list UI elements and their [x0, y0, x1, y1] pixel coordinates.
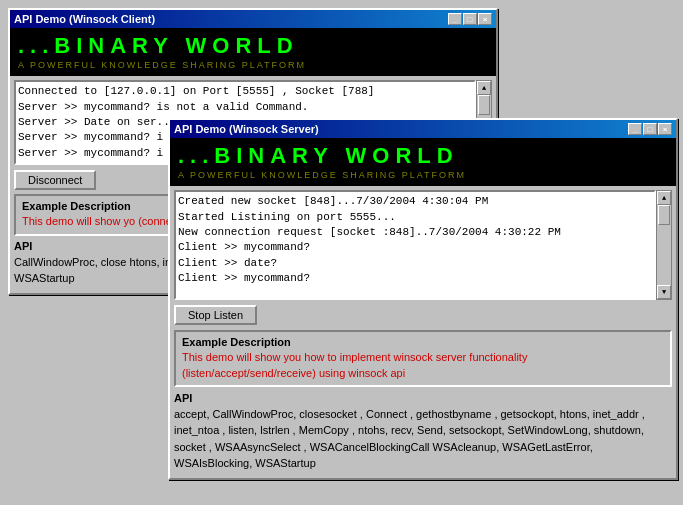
client-title-bar: API Demo (Winsock Client) _ □ × [10, 10, 496, 28]
stop-listen-button[interactable]: Stop Listen [174, 305, 257, 325]
client-banner-subtitle: A POWERFUL KNOWLEDGE SHARING PLATFORM [18, 60, 488, 70]
server-content-area: Created new socket [848]...7/30/2004 4:3… [170, 186, 676, 478]
server-scroll-track [657, 205, 671, 285]
server-example-section: Example Description This demo will show … [174, 330, 672, 387]
server-scroll-thumb[interactable] [658, 205, 670, 225]
client-window-controls: _ □ × [448, 13, 492, 25]
server-controls: Stop Listen [174, 305, 672, 325]
server-banner-title: ...BINARY WORLD [178, 144, 668, 168]
server-log-display: Created new socket [848]...7/30/2004 4:3… [174, 190, 656, 300]
client-title-text: API Demo (Winsock Client) [14, 13, 155, 25]
server-banner-subtitle: A POWERFUL KNOWLEDGE SHARING PLATFORM [178, 170, 668, 180]
server-example-title: Example Description [182, 336, 664, 348]
server-scroll-up-btn[interactable]: ▲ [657, 191, 671, 205]
server-api-title: API [174, 392, 672, 404]
server-log-container: Created new socket [848]...7/30/2004 4:3… [174, 190, 672, 300]
server-example-desc: This demo will show you how to implement… [182, 350, 664, 381]
server-banner: ...BINARY WORLD A POWERFUL KNOWLEDGE SHA… [170, 138, 676, 186]
server-title-text: API Demo (Winsock Server) [174, 123, 319, 135]
server-api-section: API accept, CallWindowProc, closesocket … [174, 392, 672, 474]
server-window-controls: _ □ × [628, 123, 672, 135]
server-log-scrollbar[interactable]: ▲ ▼ [656, 190, 672, 300]
server-api-text: accept, CallWindowProc, closesocket , Co… [174, 406, 672, 472]
scroll-thumb[interactable] [478, 95, 490, 115]
client-banner: ...BINARY WORLD A POWERFUL KNOWLEDGE SHA… [10, 28, 496, 76]
server-maximize-button[interactable]: □ [643, 123, 657, 135]
close-button[interactable]: × [478, 13, 492, 25]
server-minimize-button[interactable]: _ [628, 123, 642, 135]
server-scroll-down-btn[interactable]: ▼ [657, 285, 671, 299]
server-close-button[interactable]: × [658, 123, 672, 135]
scroll-up-btn[interactable]: ▲ [477, 81, 491, 95]
disconnect-button[interactable]: Disconnect [14, 170, 96, 190]
client-banner-title: ...BINARY WORLD [18, 34, 488, 58]
server-log-text: Created new socket [848]...7/30/2004 4:3… [178, 194, 652, 286]
maximize-button[interactable]: □ [463, 13, 477, 25]
server-title-bar: API Demo (Winsock Server) _ □ × [170, 120, 676, 138]
server-window: API Demo (Winsock Server) _ □ × ...BINAR… [168, 118, 678, 480]
minimize-button[interactable]: _ [448, 13, 462, 25]
